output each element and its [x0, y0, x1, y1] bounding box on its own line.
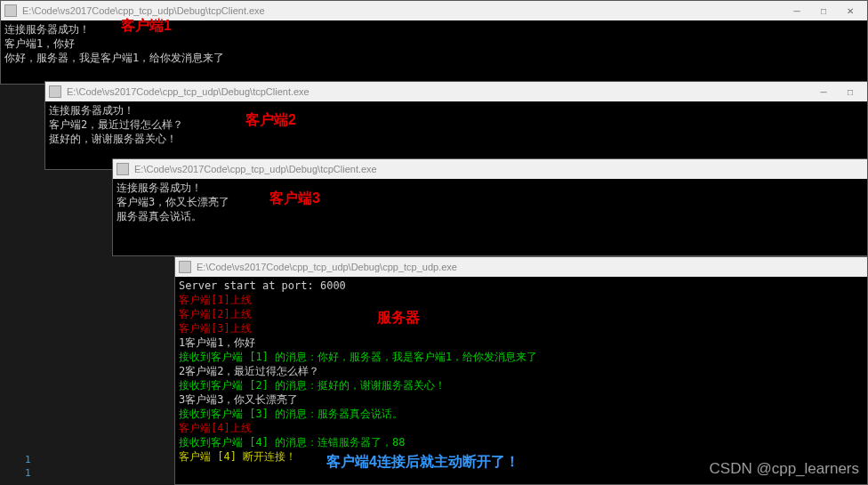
- console-line: 接收到客户端 [4] 的消息：连错服务器了，88: [179, 435, 864, 449]
- client2-window: E:\Code\vs2017Code\cpp_tcp_udp\Debug\tcp…: [44, 81, 868, 170]
- window-title: E:\Code\vs2017Code\cpp_tcp_udp\Debug\tcp…: [22, 5, 784, 16]
- titlebar[interactable]: E:\Code\vs2017Code\cpp_tcp_udp\Debug\tcp…: [113, 159, 867, 179]
- window-title: E:\Code\vs2017Code\cpp_tcp_udp\Debug\tcp…: [134, 164, 864, 174]
- console-line: 接收到客户端 [3] 的消息：服务器真会说话。: [179, 407, 864, 421]
- annotation-client1: 客户端1: [121, 19, 172, 33]
- window-title: E:\Code\vs2017Code\cpp_tcp_udp\Debug\tcp…: [67, 86, 810, 97]
- console-line: 客户端[4]上线: [179, 421, 864, 435]
- console-line: 连接服务器成功！: [117, 181, 864, 195]
- console-line: 客户端[2]上线: [179, 307, 864, 321]
- maximize-button[interactable]: □: [810, 2, 837, 20]
- console-line: 客户端1，你好: [4, 36, 864, 51]
- client3-window: E:\Code\vs2017Code\cpp_tcp_udp\Debug\tcp…: [112, 158, 868, 256]
- console-line: 服务器真会说话。: [117, 209, 864, 223]
- console-content: 连接服务器成功！ 客户端1，你好 你好，服务器，我是客户端1，给你发消息来了 客…: [1, 20, 867, 84]
- window-title: E:\Code\vs2017Code\cpp_tcp_udp\Debug\cpp…: [197, 262, 864, 272]
- app-icon: [117, 163, 129, 175]
- app-icon: [49, 85, 61, 98]
- annotation-server: 服务器: [377, 311, 420, 325]
- app-icon: [179, 261, 191, 273]
- annotation-client2: 客户端2: [245, 113, 296, 127]
- console-line: 1客户端1，你好: [179, 335, 864, 350]
- editor-linenum: 1: [25, 467, 31, 479]
- console-line: 客户端3，你又长漂亮了: [117, 195, 864, 209]
- watermark: CSDN @cpp_learners: [710, 460, 859, 478]
- console-content: 服务器 客户端4连接后就主动断开了！ Server start at port:…: [175, 277, 867, 484]
- console-line: 2客户端2，最近过得怎么样？: [179, 364, 864, 378]
- titlebar[interactable]: E:\Code\vs2017Code\cpp_tcp_udp\Debug\cpp…: [175, 257, 867, 277]
- console-line: 连接服务器成功！: [49, 103, 864, 117]
- client1-window: E:\Code\vs2017Code\cpp_tcp_udp\Debug\tcp…: [0, 0, 868, 85]
- annotation-client3: 客户端3: [269, 191, 320, 206]
- app-icon: [4, 4, 17, 17]
- titlebar[interactable]: E:\Code\vs2017Code\cpp_tcp_udp\Debug\tcp…: [45, 82, 867, 101]
- minimize-button[interactable]: ─: [784, 2, 810, 20]
- console-line: 接收到客户端 [1] 的消息：你好，服务器，我是客户端1，给你发消息来了: [179, 350, 864, 364]
- minimize-button[interactable]: ─: [810, 83, 837, 101]
- maximize-button[interactable]: □: [837, 83, 864, 101]
- console-line: 客户端[3]上线: [179, 321, 864, 335]
- console-content: 连接服务器成功！ 客户端3，你又长漂亮了 服务器真会说话。 客户端3: [113, 179, 867, 255]
- console-line: 挺好的，谢谢服务器关心！: [49, 132, 864, 146]
- console-line: 3客户端3，你又长漂亮了: [179, 392, 864, 407]
- console-line: 客户端2，最近过得怎么样？: [49, 117, 864, 132]
- annotation-client4: 客户端4连接后就主动断开了！: [326, 455, 519, 469]
- console-line: 你好，服务器，我是客户端1，给你发消息来了: [4, 51, 864, 65]
- console-line: 客户端[1]上线: [179, 293, 864, 307]
- console-line: Server start at port: 6000: [179, 279, 864, 293]
- close-button[interactable]: ✕: [837, 2, 864, 20]
- server-window: E:\Code\vs2017Code\cpp_tcp_udp\Debug\cpp…: [174, 256, 868, 485]
- editor-linenum: 1: [25, 454, 31, 465]
- console-line: 接收到客户端 [2] 的消息：挺好的，谢谢服务器关心！: [179, 378, 864, 392]
